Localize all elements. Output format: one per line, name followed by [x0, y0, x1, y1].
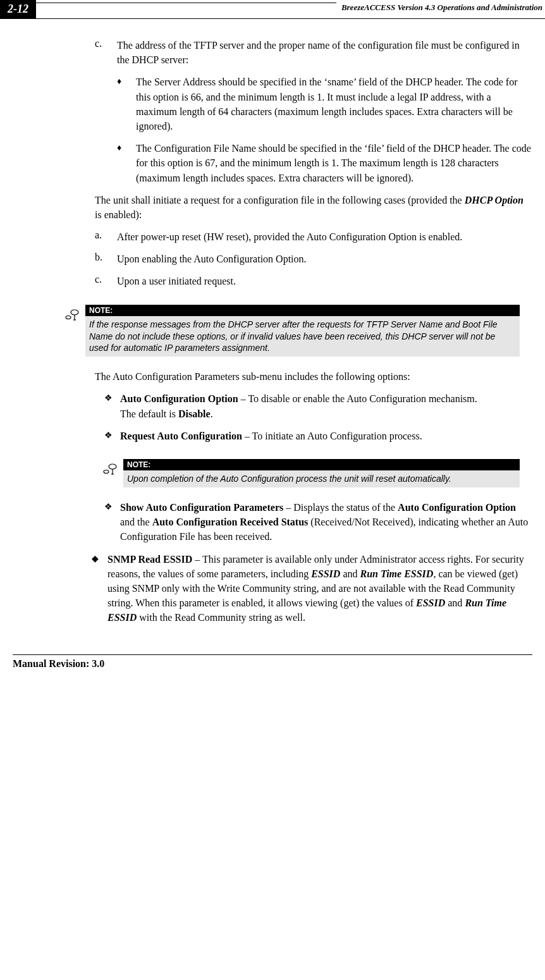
note-label: NOTE: — [123, 459, 520, 470]
option-item: ❖ Request Auto Configuration – To initia… — [104, 429, 532, 443]
option-item: ❖ Show Auto Configuration Parameters – D… — [104, 500, 532, 544]
bullet-icon: ♦︎ — [117, 75, 136, 133]
note-text: If the response messages from the DHCP s… — [85, 316, 520, 357]
note-icon — [63, 305, 85, 326]
text-emphasis: ESSID — [311, 568, 340, 579]
bullet-text: The Configuration File Name should be sp… — [136, 141, 532, 185]
option-item: ❖ Auto Configuration Option – To disable… — [104, 391, 532, 420]
note-callout: NOTE: Upon completion of the Auto Config… — [101, 459, 520, 487]
page-content: c. The address of the TFTP server and th… — [0, 19, 545, 639]
fleuron-icon: ❖ — [104, 500, 120, 544]
option-title: Auto Configuration Option — [120, 393, 238, 404]
body-paragraph: The Auto Configuration Parameters sub-me… — [95, 369, 532, 384]
body-paragraph: The unit shall initiate a request for a … — [95, 193, 532, 222]
svg-point-1 — [66, 315, 71, 319]
list-marker: c. — [95, 38, 117, 67]
text-emphasis: Run Time ESSID — [360, 568, 433, 579]
option-title: Show Auto Configuration Parameters — [120, 502, 283, 513]
note-label: NOTE: — [85, 305, 520, 316]
bullet-icon: ♦︎ — [117, 141, 136, 185]
diamond-icon: ◆ — [92, 552, 107, 625]
ordered-item-c: c. The address of the TFTP server and th… — [95, 38, 532, 67]
note-body: NOTE: Upon completion of the Auto Config… — [123, 459, 520, 487]
sub-bullet-item: ♦︎ The Server Address should be specifie… — [117, 75, 532, 133]
page-number: 2-12 — [0, 0, 36, 18]
text-emphasis: Auto Configuration Received Status — [152, 517, 309, 527]
option-title: Request Auto Configuration — [120, 431, 242, 441]
text-fragment: and — [340, 568, 360, 579]
sub-bullet-item: ♦︎ The Configuration File Name should be… — [117, 141, 532, 185]
text-emphasis: DHCP Option — [465, 195, 524, 205]
list-text: Upon enabling the Auto Configuration Opt… — [117, 252, 307, 266]
page-header: 2-12 BreezeACCESS Version 4.3 Operations… — [0, 0, 545, 19]
text-fragment: The unit shall initiate a request for a … — [95, 195, 465, 205]
header-title: BreezeACCESS Version 4.3 Operations and … — [336, 0, 545, 18]
note-callout: NOTE: If the response messages from the … — [63, 305, 520, 357]
svg-point-3 — [104, 470, 109, 474]
text-fragment: – Displays the status of the — [283, 502, 398, 513]
text-emphasis: Auto Configuration Option — [398, 502, 516, 513]
text-fragment: and — [445, 597, 465, 608]
note-body: NOTE: If the response messages from the … — [85, 305, 520, 357]
text-fragment: – To initiate an Auto Configuration proc… — [242, 431, 422, 441]
bullet-text: The Server Address should be specified i… — [136, 75, 532, 133]
ordered-item-c2: c. Upon a user initiated request. — [95, 274, 532, 288]
text-emphasis: ESSID — [416, 597, 445, 608]
option-title: SNMP Read ESSID — [107, 554, 192, 565]
text-fragment: with the Read Community string as well. — [137, 612, 305, 623]
text-fragment: – To disable or enable the Auto Configur… — [238, 393, 477, 404]
note-text: Upon completion of the Auto Configuratio… — [123, 470, 520, 487]
text-fragment: . — [211, 408, 213, 419]
svg-point-0 — [71, 310, 78, 315]
text-emphasis: Disable — [178, 408, 211, 419]
main-bullet-item: ◆ SNMP Read ESSID – This parameter is av… — [92, 552, 532, 625]
bullet-text: SNMP Read ESSID – This parameter is avai… — [107, 552, 532, 625]
text-fragment: and the — [120, 517, 152, 527]
ordered-item-a: a. After power-up reset (HW reset), prov… — [95, 230, 532, 244]
list-marker: c. — [95, 274, 117, 288]
footer-rule — [13, 654, 532, 655]
svg-point-2 — [109, 464, 116, 469]
list-marker: a. — [95, 230, 117, 244]
list-marker: b. — [95, 252, 117, 266]
list-text: Upon a user initiated request. — [117, 274, 236, 288]
list-text: The address of the TFTP server and the p… — [117, 38, 532, 67]
option-text: Show Auto Configuration Parameters – Dis… — [120, 500, 532, 544]
note-icon — [101, 459, 123, 481]
footer-text: Manual Revision: 3.0 — [13, 658, 545, 670]
text-fragment: is enabled): — [95, 209, 142, 220]
list-text: After power-up reset (HW reset), provide… — [117, 230, 462, 244]
option-text: Auto Configuration Option – To disable o… — [120, 391, 477, 420]
header-rule — [36, 3, 336, 18]
fleuron-icon: ❖ — [104, 391, 120, 420]
ordered-item-b: b. Upon enabling the Auto Configuration … — [95, 252, 532, 266]
text-fragment: The default is — [120, 408, 178, 419]
option-text: Request Auto Configuration – To initiate… — [120, 429, 422, 443]
fleuron-icon: ❖ — [104, 429, 120, 443]
